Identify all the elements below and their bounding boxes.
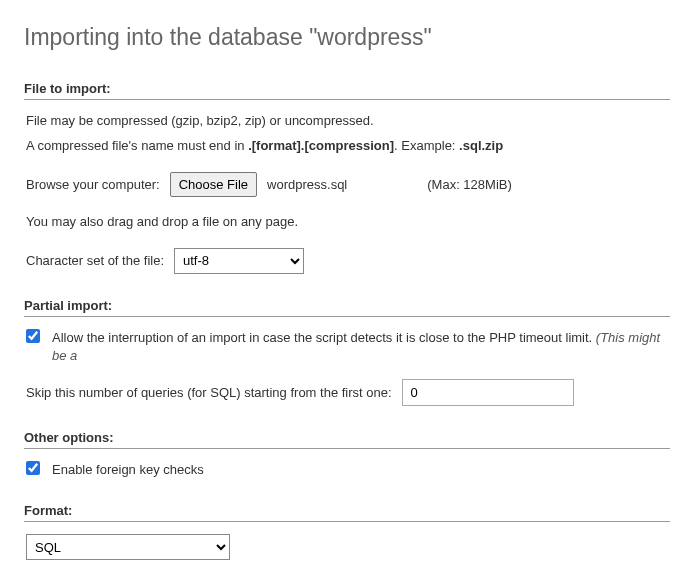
charset-label: Character set of the file: (26, 253, 164, 268)
foreign-key-checkbox[interactable] (26, 461, 40, 475)
format-select[interactable]: SQL (26, 534, 230, 560)
dragdrop-note: You may also drag and drop a file on any… (26, 213, 670, 232)
skip-queries-label: Skip this number of queries (for SQL) st… (26, 385, 392, 400)
charset-select[interactable]: utf-8 (174, 248, 304, 274)
foreign-key-label: Enable foreign key checks (52, 461, 204, 479)
skip-queries-input[interactable] (402, 379, 574, 406)
section-header-partial-import: Partial import: (24, 298, 670, 317)
page-title: Importing into the database "wordpress" (24, 24, 670, 51)
section-header-format: Format: (24, 503, 670, 522)
compress-note: File may be compressed (gzip, bzip2, zip… (26, 112, 670, 131)
allow-interrupt-label: Allow the interruption of an import in c… (52, 329, 670, 365)
max-size-label: (Max: 128MiB) (427, 177, 512, 192)
filename-note: A compressed file's name must end in .[f… (26, 137, 670, 156)
selected-filename: wordpress.sql (267, 177, 347, 192)
browse-label: Browse your computer: (26, 177, 160, 192)
allow-interrupt-checkbox[interactable] (26, 329, 40, 343)
section-header-other-options: Other options: (24, 430, 670, 449)
choose-file-button[interactable]: Choose File (170, 172, 257, 197)
section-header-file-import: File to import: (24, 81, 670, 100)
